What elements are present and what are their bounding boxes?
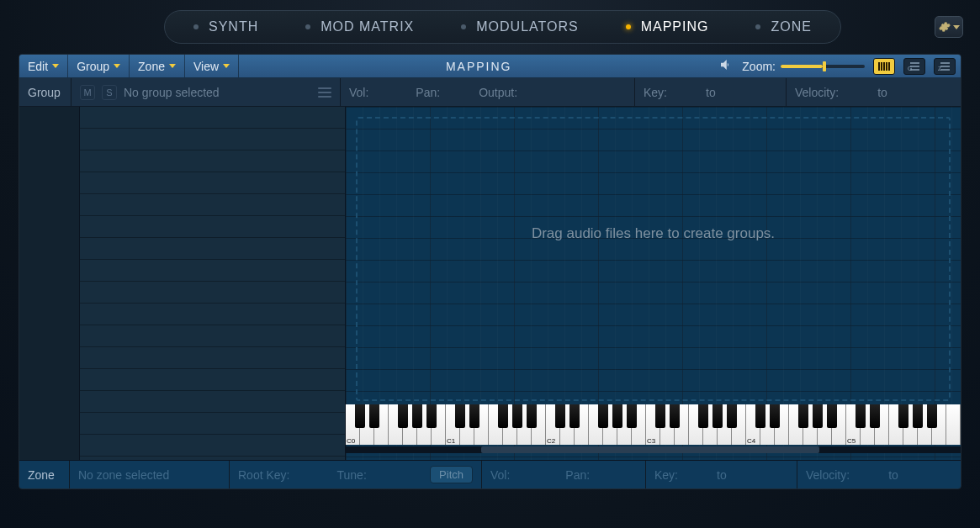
key-label: Key:: [644, 86, 667, 99]
chevron-down-icon: [52, 64, 59, 68]
group-placeholder: No group selected: [124, 86, 220, 99]
chevron-down-icon: [223, 64, 230, 68]
tab-synth[interactable]: SYNTH: [170, 11, 282, 43]
pan-label: Pan:: [565, 468, 590, 482]
to-label: to: [717, 468, 727, 482]
dot-icon: [193, 24, 199, 29]
svg-rect-1: [881, 62, 882, 71]
dot-icon: [461, 24, 466, 29]
dot-icon: [305, 24, 310, 29]
group-key-cell[interactable]: Key: to: [635, 78, 787, 106]
tab-modulators[interactable]: MODULATORS: [437, 11, 601, 43]
to-label: to: [706, 86, 716, 99]
tab-mapping[interactable]: MAPPING: [602, 11, 733, 43]
vol-label: Vol:: [349, 86, 368, 99]
main-nav: SYNTH MOD MATRIX MODULATORS MAPPING ZONE: [164, 10, 841, 44]
svg-rect-2: [883, 62, 885, 71]
group-header-row: Group M S No group selected Vol: Pan: Ou…: [19, 78, 961, 107]
tab-label: MODULATORS: [476, 19, 578, 34]
horizontal-scrollbar[interactable]: [346, 446, 961, 453]
group-selector-cell[interactable]: M S No group selected: [72, 78, 341, 106]
pitch-button[interactable]: Pitch: [430, 466, 473, 483]
mapping-canvas[interactable]: Drag audio files here to create groups. …: [346, 107, 961, 460]
window-title: MAPPING: [239, 60, 718, 73]
svg-text:Z: Z: [938, 66, 942, 71]
chevron-down-icon: [114, 64, 120, 68]
dot-icon: [755, 24, 760, 29]
speaker-icon: [718, 57, 734, 72]
dropzone-hint: Drag audio files here to create groups.: [532, 225, 775, 242]
group-velocity-cell[interactable]: Velocity: to: [787, 78, 961, 106]
zoom-knob[interactable]: [823, 61, 826, 71]
zone-mix-cell[interactable]: Vol: Pan:: [482, 461, 646, 488]
velocity-label: Velocity:: [806, 468, 850, 482]
tab-zone[interactable]: ZONE: [732, 11, 834, 43]
mapping-window: Edit Group Zone View MAPPING Zoom:: [19, 54, 961, 489]
tab-label: SYNTH: [209, 19, 258, 34]
sidebar-gutter: [19, 107, 80, 460]
tab-label: MOD MATRIX: [320, 19, 414, 34]
pan-label: Pan:: [416, 86, 440, 99]
menu-view[interactable]: View: [185, 55, 239, 77]
scrollbar-thumb[interactable]: [481, 446, 819, 453]
key-label: Key:: [654, 468, 678, 482]
menubar: Edit Group Zone View MAPPING Zoom:: [19, 55, 961, 78]
view-mode-keymap-button[interactable]: [873, 58, 895, 75]
output-label: Output:: [479, 86, 517, 99]
to-label: to: [877, 86, 887, 99]
keyboard-area: C0C1C2C3C4C5: [346, 404, 961, 453]
list-icon[interactable]: [318, 87, 331, 98]
tab-label: ZONE: [771, 19, 811, 34]
velocity-label: Velocity:: [795, 86, 839, 99]
group-row-label: Group: [19, 78, 72, 106]
gear-icon: [939, 21, 951, 33]
piano-keyboard[interactable]: C0C1C2C3C4C5: [346, 404, 961, 445]
svg-rect-3: [886, 62, 887, 71]
menu-edit[interactable]: Edit: [19, 55, 68, 77]
menu-label: Zone: [138, 60, 165, 73]
solo-button[interactable]: S: [102, 85, 117, 100]
mute-button[interactable]: M: [80, 85, 95, 100]
tune-label: Tune:: [336, 468, 366, 482]
tab-mod-matrix[interactable]: MOD MATRIX: [282, 11, 437, 43]
zone-velocity-cell[interactable]: Velocity: to: [797, 461, 961, 488]
menu-label: Group: [77, 60, 109, 73]
svg-rect-4: [888, 62, 890, 71]
zone-key-cell[interactable]: Key: to: [646, 461, 797, 488]
keymap-icon: [877, 61, 891, 72]
zone-tune-cell[interactable]: Root Key: Tune: Pitch: [230, 461, 482, 488]
view-mode-zone-button[interactable]: Z: [934, 58, 956, 75]
zone-list-icon: Z: [938, 61, 951, 72]
menu-zone[interactable]: Zone: [130, 55, 185, 77]
menu-label: View: [193, 60, 219, 73]
menu-label: Edit: [28, 60, 48, 73]
zoom-label: Zoom:: [742, 60, 776, 73]
view-mode-group-button[interactable]: G: [903, 58, 925, 75]
sidebar-rows[interactable]: [80, 107, 345, 460]
dot-icon: [626, 24, 631, 29]
settings-menu-button[interactable]: [935, 16, 963, 38]
mapping-main-area: Drag audio files here to create groups. …: [19, 107, 961, 460]
to-label: to: [888, 468, 898, 482]
group-list-icon: G: [908, 61, 921, 72]
zoom-fill: [781, 65, 823, 68]
chevron-down-icon: [953, 25, 960, 29]
svg-text:G: G: [908, 66, 912, 71]
svg-rect-0: [878, 62, 880, 71]
zoom-slider[interactable]: [781, 65, 865, 68]
zone-row-label: Zone: [19, 461, 70, 488]
tab-label: MAPPING: [641, 19, 709, 34]
group-sidebar: [19, 107, 346, 460]
zone-selector-cell[interactable]: No zone selected: [70, 461, 230, 488]
dropzone[interactable]: Drag audio files here to create groups.: [356, 117, 951, 401]
group-mix-cell[interactable]: Vol: Pan: Output:: [341, 78, 635, 106]
zone-footer-row: Zone No zone selected Root Key: Tune: Pi…: [19, 460, 961, 488]
chevron-down-icon: [169, 64, 176, 68]
zone-placeholder: No zone selected: [78, 468, 169, 482]
menu-group[interactable]: Group: [68, 55, 130, 77]
root-key-label: Root Key:: [238, 468, 289, 482]
speaker-button[interactable]: [718, 57, 734, 75]
vol-label: Vol:: [490, 468, 510, 482]
